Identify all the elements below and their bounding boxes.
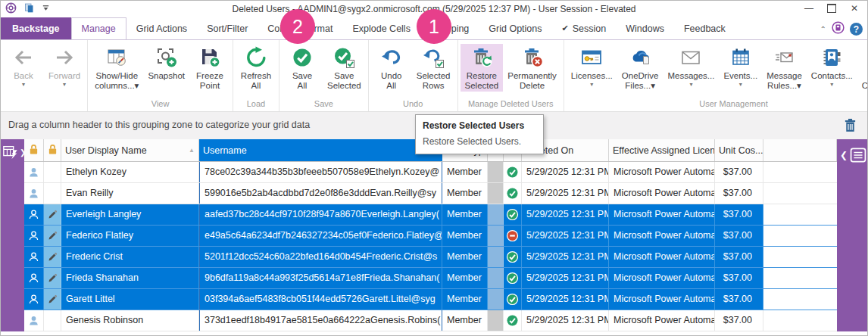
ribbon-button-permanently-delete[interactable]: PermanentlyDelete — [503, 44, 561, 92]
tab-feedback[interactable]: Feedback — [674, 17, 735, 39]
ribbon-button-selected-rows[interactable]: SelectedRows — [412, 44, 455, 92]
collapse-ribbon-icon[interactable]: ⌃ — [820, 25, 826, 33]
ribbon: Back▾Forward▾ Show/Hidecolumns...▾Snapsh… — [1, 40, 867, 112]
expand-panel-icon[interactable]: ❮ — [840, 147, 867, 163]
cell-deleted_on: 5/29/2025 12:31 PM — [522, 204, 609, 225]
ribbon-button-show-hide-columns[interactable]: Show/Hidecolumns...▾ — [90, 44, 143, 92]
ribbon-button-refresh-all[interactable]: RefreshAll — [236, 44, 276, 92]
app-logo-icon[interactable] — [5, 2, 17, 14]
button-label-line1: Forward — [48, 71, 80, 81]
button-label-line1: Selected — [417, 71, 451, 81]
cell-s1 — [488, 247, 504, 267]
left-panel-strip[interactable]: ❯ — [1, 139, 24, 331]
table-row[interactable]: Federico Flatleye49a5c64a6234df7b2463272… — [24, 226, 837, 247]
close-button[interactable]: ✕ — [843, 1, 866, 16]
button-label-line2: Rules...▾ — [767, 81, 802, 91]
button-label-line1: Licenses... — [571, 71, 613, 81]
column-header-icon1[interactable] — [24, 139, 44, 161]
column-header-icon2[interactable] — [44, 139, 61, 161]
cell-s1 — [488, 289, 504, 310]
ribbon-group-view: Show/Hidecolumns...▾Snapshot FreezePoint… — [88, 40, 233, 111]
cell-deleted_on: 5/29/2025 12:31 PM — [522, 183, 609, 204]
tab-grid-actions[interactable]: Grid Actions — [126, 17, 197, 39]
tab-windows[interactable]: Windows — [616, 17, 674, 39]
table-row[interactable]: Frederic Crist5201f12dcc524c60a22bfed164… — [24, 247, 837, 268]
ribbon-button-licenses[interactable]: Licenses...▾ — [567, 44, 617, 89]
ribbon-group-label: Load — [236, 97, 276, 111]
new-window-icon[interactable] — [23, 2, 35, 14]
restore-selected-icon — [470, 46, 493, 69]
table-row[interactable]: Ethelyn Kozey78ce02c39a344b35b3bfeeeb507… — [24, 162, 837, 183]
grid-bolt-icon[interactable]: ❯ — [2, 144, 26, 160]
button-label-line2: Files...▾ — [622, 81, 659, 91]
ribbon-button-forward[interactable]: Forward▾ — [44, 44, 85, 89]
ribbon-button-back[interactable]: Back▾ — [3, 44, 44, 89]
edit-icon — [44, 226, 61, 246]
ribbon-button-freeze-point[interactable]: FreezePoint — [189, 44, 230, 92]
back-icon — [12, 46, 35, 69]
tab-explode-cells[interactable]: Explode Cells — [342, 17, 420, 39]
column-header-display_name[interactable]: User Display Name▲ — [61, 139, 199, 161]
cell-icon2 — [44, 183, 61, 204]
button-label-line2: ▾ — [14, 81, 33, 88]
grouping-zone-hint: Drag a column header to this grouping zo… — [8, 120, 310, 130]
ribbon-button-restore-selected[interactable]: RestoreSelected — [461, 44, 504, 92]
ribbon-group-load: RefreshAllLoad — [233, 40, 279, 111]
button-label-line2: All — [292, 81, 312, 91]
button-label-line2 — [148, 81, 185, 91]
minimize-button[interactable]: — — [798, 1, 820, 16]
column-header-label: Unit Cos... — [719, 145, 763, 156]
cell-unit_cost: $37.00 — [715, 183, 763, 204]
cell-spacer — [763, 268, 837, 288]
tab-session[interactable]: ✔Session — [552, 17, 617, 39]
cell-s1 — [488, 204, 504, 225]
table-row[interactable]: Frieda Shanahan9b6dfa119a8c44a993f25d561… — [24, 268, 837, 289]
ribbon-buttons: Licenses...▾OneDriveFiles...▾Messages...… — [567, 40, 868, 97]
table-row[interactable]: Genesis Robinson373d1eedf18b4917ae5815e0… — [24, 310, 837, 331]
ribbon-button-events[interactable]: Events...▾ — [719, 44, 762, 89]
maximize-button[interactable] — [820, 1, 843, 16]
ribbon-button-save-all[interactable]: SaveAll — [282, 44, 323, 92]
refresh-icon — [245, 46, 267, 69]
grid-area: ❯ User Display Name▲UsernameUser TypeS..… — [1, 139, 868, 331]
status-icon — [504, 226, 522, 246]
cell-display_name: Federico Flatley — [61, 226, 199, 246]
ribbon-button-onedrive-files[interactable]: OneDriveFiles...▾ — [617, 44, 663, 92]
cell-s1 — [488, 310, 504, 331]
tab-manage[interactable]: Manage — [71, 17, 126, 39]
table-row[interactable]: Everleigh Langleyaafed37bc28c44cf9710f28… — [24, 204, 837, 226]
right-panel-strip[interactable]: ❮ — [837, 139, 868, 331]
column-header-username[interactable]: Username — [199, 139, 442, 161]
trash-icon[interactable] — [843, 117, 857, 136]
chevron-down-icon: ▾ — [571, 81, 613, 88]
column-header-license[interactable]: Effective Assigned Licen... — [609, 139, 715, 161]
tab-backstage[interactable]: Backstage — [1, 17, 71, 39]
cell-display_name: Ethelyn Kozey — [61, 162, 199, 182]
chevron-down-icon: ▾ — [14, 81, 33, 88]
ribbon-button-snapshot[interactable]: Snapshot — [143, 44, 189, 92]
column-header-unit_cost[interactable]: Unit Cos... — [715, 139, 763, 161]
button-label-line1: Show/Hide — [95, 71, 139, 81]
ribbon-button-contacts[interactable]: Contacts...▾ — [807, 44, 857, 89]
tab-grid-options[interactable]: Grid Options — [479, 17, 551, 39]
ribbon-button-message-rules[interactable]: MessageRules...▾ — [762, 44, 807, 92]
cell-spacer — [763, 162, 837, 182]
ribbon-button-show-chats[interactable]: ShowChats...▾ — [857, 44, 868, 92]
cell-license: Microsoft Power Automat — [609, 247, 715, 267]
account-icon[interactable] — [832, 21, 845, 37]
ribbon-buttons: RefreshAll — [236, 40, 276, 97]
ribbon-group-undo: UndoAllSelectedRowsUndo — [369, 40, 458, 111]
customize-quick-access-icon[interactable] — [42, 4, 50, 12]
tab-sort-filter[interactable]: Sort/Filter — [197, 17, 258, 39]
ribbon-button-save-selected[interactable]: SaveSelected — [323, 44, 366, 92]
edit-icon — [44, 289, 61, 310]
status-icon — [504, 204, 522, 225]
ribbon-button-messages[interactable]: Messages...▾ — [663, 44, 719, 89]
help-icon[interactable]: ? — [850, 23, 863, 36]
ribbon-button-undo-all[interactable]: UndoAll — [371, 44, 412, 92]
table-row[interactable]: Garett Littel03f394a6aef5483f8cb051f44ed… — [24, 289, 837, 310]
table-row[interactable]: Evan Reilly599016e5b2ab4acdbbd7d2e0f86e3… — [24, 183, 837, 204]
cell-deleted_on: 5/29/2025 12:31 PM — [522, 268, 609, 288]
button-label-line2: ▾ — [811, 81, 853, 88]
edit-icon — [44, 247, 61, 267]
